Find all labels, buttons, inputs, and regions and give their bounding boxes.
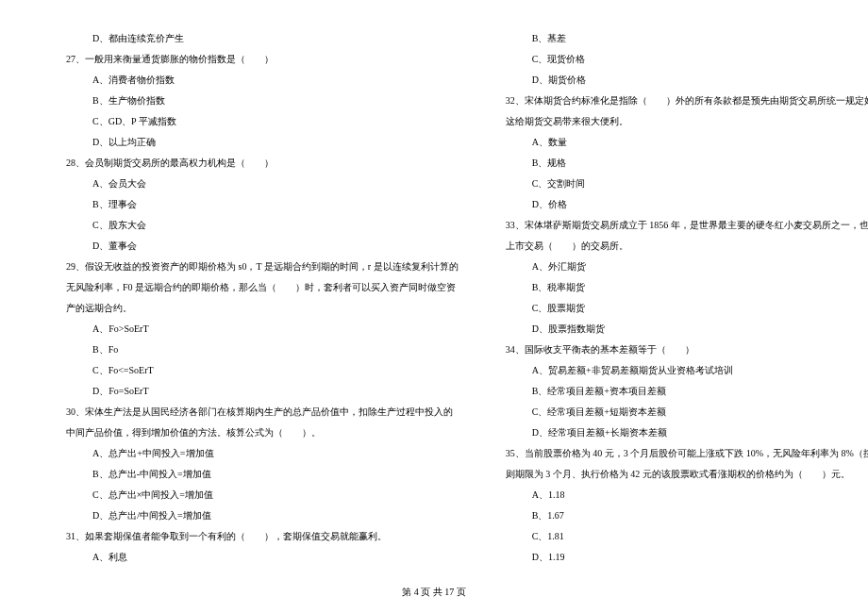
question-line: 无风险利率，F0 是远期合约的即期价格，那么当（ ）时，套利者可以买入资产同时做… bbox=[66, 277, 459, 298]
option-line: B、理事会 bbox=[66, 194, 459, 215]
option-line: B、基差 bbox=[506, 28, 868, 49]
option-line: A、总产出+中间投入=增加值 bbox=[66, 443, 459, 464]
option-line: C、股东大会 bbox=[66, 215, 459, 236]
question-line: 35、当前股票价格为 40 元，3 个月后股价可能上涨或下跌 10%，无风险年利… bbox=[506, 443, 868, 464]
option-line: C、1.81 bbox=[506, 526, 868, 547]
option-line: C、总产出×中间投入=增加值 bbox=[66, 485, 459, 505]
option-line: C、现货价格 bbox=[506, 49, 868, 70]
option-line: B、经常项目差额+资本项目差额 bbox=[506, 381, 868, 402]
option-line: A、会员大会 bbox=[66, 174, 459, 194]
option-line: A、外汇期货 bbox=[506, 257, 868, 277]
option-line: A、1.18 bbox=[506, 485, 868, 505]
left-column: D、都由连续竞价产生27、一般用来衡量通货膨胀的物价指数是（ ）A、消费者物价指… bbox=[66, 28, 459, 568]
page-content: D、都由连续竞价产生27、一般用来衡量通货膨胀的物价指数是（ ）A、消费者物价指… bbox=[0, 0, 868, 605]
option-line: B、规格 bbox=[506, 153, 868, 174]
option-line: D、都由连续竞价产生 bbox=[66, 28, 459, 49]
option-line: C、经常项目差额+短期资本差额 bbox=[506, 402, 868, 422]
right-column: B、基差C、现货价格D、期货价格32、宋体期货合约标准化是指除（ ）外的所有条款… bbox=[506, 28, 868, 568]
question-line: 34、国际收支平衡表的基本差额等于（ ） bbox=[506, 340, 868, 360]
question-line: 27、一般用来衡量通货膨胀的物价指数是（ ） bbox=[66, 49, 459, 70]
option-line: B、Fo bbox=[66, 340, 459, 360]
option-line: C、股票期货 bbox=[506, 298, 868, 319]
question-line: 上市交易（ ）的交易所。 bbox=[506, 236, 868, 257]
option-line: A、消费者物价指数 bbox=[66, 70, 459, 91]
option-line: D、以上均正确 bbox=[66, 132, 459, 153]
option-line: D、价格 bbox=[506, 194, 868, 215]
option-line: C、Fo<=SoErT bbox=[66, 360, 459, 381]
option-line: D、1.19 bbox=[506, 547, 868, 568]
option-line: D、经常项目差额+长期资本差额 bbox=[506, 422, 868, 443]
option-line: D、期货价格 bbox=[506, 70, 868, 91]
option-line: D、股票指数期货 bbox=[506, 319, 868, 340]
option-line: D、董事会 bbox=[66, 236, 459, 257]
option-line: D、Fo=SoErT bbox=[66, 381, 459, 402]
option-line: C、GD、P 平减指数 bbox=[66, 111, 459, 132]
question-line: 产的远期合约。 bbox=[66, 298, 459, 319]
question-line: 28、会员制期货交易所的最高权力机构是（ ） bbox=[66, 153, 459, 174]
question-line: 32、宋体期货合约标准化是指除（ ）外的所有条款都是预先由期货交易所统一规定好的… bbox=[506, 91, 868, 111]
option-line: C、交割时间 bbox=[506, 174, 868, 194]
option-line: B、税率期货 bbox=[506, 277, 868, 298]
option-line: B、生产物价指数 bbox=[66, 91, 459, 111]
page-footer: 第 4 页 共 17 页 bbox=[0, 586, 868, 599]
question-line: 29、假设无收益的投资资产的即期价格为 s0，T 是远期合约到期的时间，r 是以… bbox=[66, 257, 459, 277]
question-line: 这给期货交易带来很大便利。 bbox=[506, 111, 868, 132]
question-line: 33、宋体堪萨斯期货交易所成立于 1856 年，是世界最主要的硬冬红小麦交易所之… bbox=[506, 215, 868, 236]
option-line: A、Fo>SoErT bbox=[66, 319, 459, 340]
option-line: A、利息 bbox=[66, 547, 459, 568]
option-line: D、总产出/中间投入=增加值 bbox=[66, 505, 459, 526]
question-line: 中间产品价值，得到增加价值的方法。核算公式为（ ）。 bbox=[66, 422, 459, 443]
option-line: A、贸易差额+非贸易差额期货从业资格考试培训 bbox=[506, 360, 868, 381]
option-line: B、1.67 bbox=[506, 505, 868, 526]
option-line: A、数量 bbox=[506, 132, 868, 153]
question-line: 则期限为 3 个月、执行价格为 42 元的该股票欧式看涨期权的价格约为（ ）元。 bbox=[506, 464, 868, 485]
question-line: 30、宋体生产法是从国民经济各部门在核算期内生产的总产品价值中，扣除生产过程中投… bbox=[66, 402, 459, 422]
question-line: 31、如果套期保值者能争取到一个有利的（ ），套期保值交易就能赢利。 bbox=[66, 526, 459, 547]
option-line: B、总产出-中间投入=增加值 bbox=[66, 464, 459, 485]
